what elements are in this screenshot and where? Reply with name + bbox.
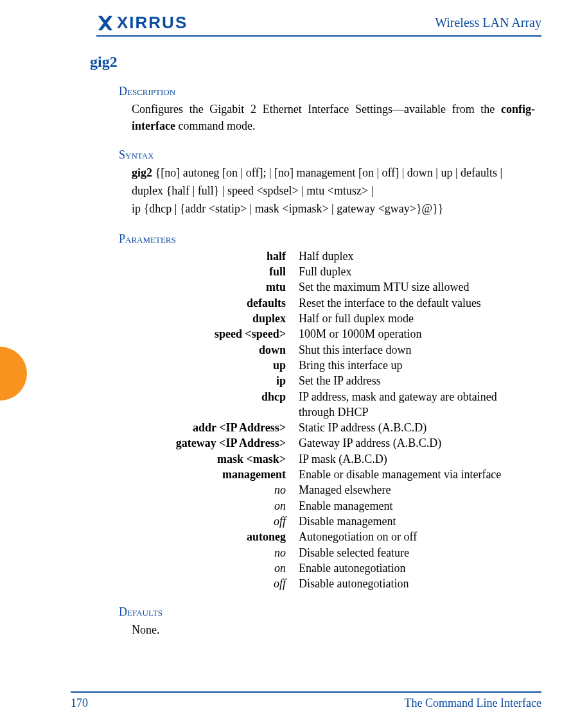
defaults-body: None. — [132, 621, 535, 638]
side-tab-marker — [0, 347, 27, 401]
parameter-row: speed <speed>100M or 1000M operation — [132, 326, 535, 342]
parameter-row: ipSet the IP address — [132, 373, 535, 388]
parameter-description: Set the IP address — [299, 373, 535, 388]
svg-marker-0 — [98, 15, 112, 30]
parameter-row: fullFull duplex — [132, 264, 535, 279]
parameter-description: Managed elsewhere — [299, 482, 535, 498]
parameter-row: addr <IP Address>Static IP address (A.B.… — [132, 420, 535, 435]
command-title: gig2 — [90, 53, 561, 71]
parameter-description: Enable autonegotiation — [299, 560, 535, 576]
description-body: Configures the Gigabit 2 Ethernet Interf… — [132, 101, 535, 134]
parameter-row: mtuSet the maximum MTU size allowed — [132, 279, 535, 295]
parameter-description: Full duplex — [299, 264, 535, 279]
parameter-row: halfHalf duplex — [132, 248, 535, 264]
parameter-description: Gateway IP address (A.B.C.D) — [299, 435, 535, 451]
page-header: XIRRUS Wireless LAN Array — [96, 13, 541, 37]
footer-section-title: The Command Line Interface — [405, 697, 541, 710]
parameter-description: Disable management — [299, 514, 535, 529]
parameter-name: duplex — [132, 311, 299, 326]
parameter-row: downShut this interface down — [132, 342, 535, 358]
parameter-name: full — [132, 264, 299, 279]
brand-logo: XIRRUS — [96, 13, 188, 33]
description-text-post: command mode. — [175, 119, 255, 132]
parameter-row: noDisable selected feature — [132, 545, 535, 560]
parameter-description: Static IP address (A.B.C.D) — [299, 420, 535, 435]
parameter-name: down — [132, 342, 299, 358]
parameter-description: Shut this interface down — [299, 342, 535, 358]
syntax-command: gig2 — [132, 166, 155, 179]
page-number: 170 — [71, 697, 88, 710]
parameter-name: on — [132, 560, 299, 576]
parameter-name: up — [132, 358, 299, 373]
parameter-row: managementEnable or disable management v… — [132, 467, 535, 482]
parameter-name: defaults — [132, 295, 299, 311]
parameter-name: management — [132, 467, 299, 482]
syntax-line2: ip {dhcp | {addr <statip> | mask <ipmask… — [132, 202, 443, 215]
syntax-label: Syntax — [119, 148, 561, 162]
parameter-row: onEnable autonegotiation — [132, 560, 535, 576]
parameter-row: offDisable autonegotiation — [132, 576, 535, 591]
xirrus-logo-icon — [96, 14, 114, 32]
parameter-name: gateway <IP Address> — [132, 435, 299, 451]
parameter-description: Disable selected feature — [299, 545, 535, 560]
parameter-description: Autonegotiation on or off — [299, 529, 535, 544]
parameter-name: addr <IP Address> — [132, 420, 299, 435]
parameter-description: Disable autonegotiation — [299, 576, 535, 591]
parameter-name: off — [132, 514, 299, 529]
parameter-row: autonegAutonegotiation on or off — [132, 529, 535, 544]
brand-logo-text: XIRRUS — [117, 13, 188, 33]
parameter-name: no — [132, 545, 299, 560]
parameter-name: on — [132, 498, 299, 514]
parameter-row: noManaged elsewhere — [132, 482, 535, 498]
parameter-row: defaultsReset the interface to the defau… — [132, 295, 535, 311]
parameter-name: autoneg — [132, 529, 299, 544]
parameter-description: IP address, mask and gateway are obtaine… — [299, 389, 535, 420]
product-name: Wireless LAN Array — [435, 15, 541, 30]
parameter-name: dhcp — [132, 389, 299, 420]
parameter-description: Bring this interface up — [299, 358, 535, 373]
parameter-row: mask <mask>IP mask (A.B.C.D) — [132, 451, 535, 467]
page-footer: 170 The Command Line Interface — [71, 691, 541, 710]
parameter-name: mask <mask> — [132, 451, 299, 467]
parameter-description: 100M or 1000M operation — [299, 326, 535, 342]
parameter-description: Half or full duplex mode — [299, 311, 535, 326]
parameter-row: onEnable management — [132, 498, 535, 514]
parameter-description: IP mask (A.B.C.D) — [299, 451, 535, 467]
parameter-row: dhcpIP address, mask and gateway are obt… — [132, 389, 535, 420]
parameters-label: Parameters — [119, 232, 561, 246]
parameter-name: ip — [132, 373, 299, 388]
parameters-table: halfHalf duplexfullFull duplexmtuSet the… — [132, 248, 535, 592]
parameter-name: off — [132, 576, 299, 591]
parameter-name: speed <speed> — [132, 326, 299, 342]
defaults-label: Defaults — [119, 605, 561, 619]
parameter-name: half — [132, 248, 299, 264]
parameter-description: Half duplex — [299, 248, 535, 264]
parameter-description: Reset the interface to the default value… — [299, 295, 535, 311]
manual-page: XIRRUS Wireless LAN Array gig2 Descripti… — [0, 0, 580, 728]
parameter-row: gateway <IP Address>Gateway IP address (… — [132, 435, 535, 451]
parameter-row: duplexHalf or full duplex mode — [132, 311, 535, 326]
parameter-name: no — [132, 482, 299, 498]
parameter-row: offDisable management — [132, 514, 535, 529]
parameter-name: mtu — [132, 279, 299, 295]
description-text-pre: Configures the Gigabit 2 Ethernet Interf… — [132, 103, 501, 116]
description-label: Description — [119, 85, 561, 98]
syntax-line1: {[no] autoneg [on | off]; | [no] managem… — [132, 166, 502, 197]
parameter-row: upBring this interface up — [132, 358, 535, 373]
syntax-body: gig2 {[no] autoneg [on | off]; | [no] ma… — [132, 164, 535, 218]
parameter-description: Enable management — [299, 498, 535, 514]
parameter-description: Set the maximum MTU size allowed — [299, 279, 535, 295]
parameter-description: Enable or disable management via interfa… — [299, 467, 535, 482]
